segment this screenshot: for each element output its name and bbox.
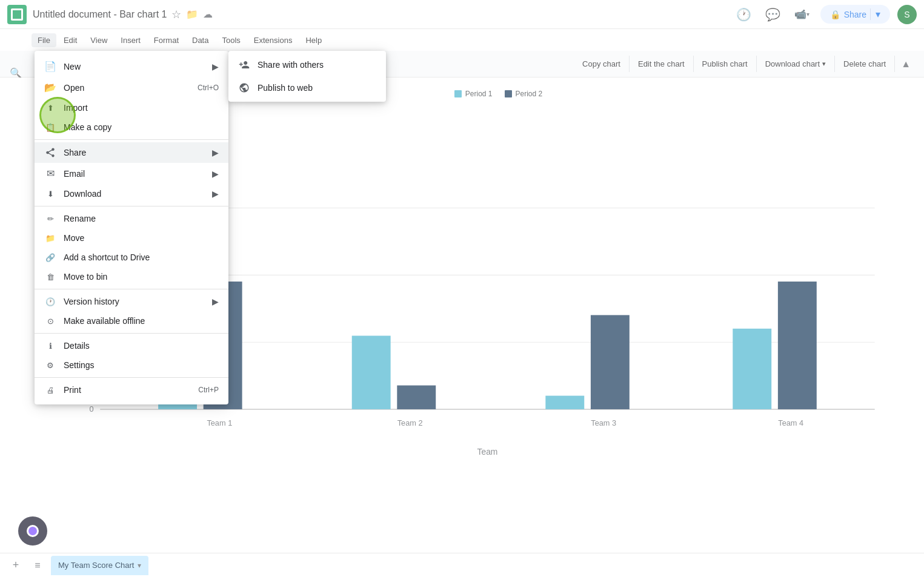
print-shortcut: Ctrl+P (198, 386, 219, 394)
open-icon: 📂 (44, 82, 56, 93)
menu-item-make-copy[interactable]: 📋 Make a copy (35, 117, 228, 137)
share-label: Share (64, 148, 205, 157)
share-with-others-item[interactable]: Share with others (228, 53, 386, 76)
menu-item-settings[interactable]: ⚙ Settings (35, 355, 228, 375)
import-label: Import (64, 103, 219, 113)
menu-section-4: 🕐 Version history ▶ ⊙ Make available off… (35, 289, 228, 334)
move-label: Move (64, 233, 219, 243)
email-arrow: ▶ (212, 169, 219, 179)
new-arrow: ▶ (212, 62, 219, 71)
share-with-others-icon (238, 59, 250, 70)
email-label: Email (64, 169, 205, 179)
menu-item-email[interactable]: ✉ Email ▶ (35, 163, 228, 184)
publish-to-web-label: Publish to web (258, 83, 313, 93)
rename-icon: ✏ (44, 214, 56, 223)
download-arrow: ▶ (212, 189, 219, 199)
share-icon (44, 147, 56, 158)
menu-item-add-shortcut[interactable]: 🔗 Add a shortcut to Drive (35, 248, 228, 267)
rename-label: Rename (64, 214, 219, 223)
share-arrow: ▶ (212, 148, 219, 157)
settings-icon: ⚙ (44, 361, 56, 370)
make-copy-label: Make a copy (64, 122, 219, 132)
menu-item-share[interactable]: Share ▶ (35, 142, 228, 163)
menu-item-move-to-bin[interactable]: 🗑 Move to bin (35, 267, 228, 286)
share-with-others-label: Share with others (258, 60, 324, 70)
offline-label: Make available offline (64, 316, 219, 326)
settings-label: Settings (64, 360, 219, 370)
print-label: Print (64, 385, 191, 395)
menu-section-3: ✏ Rename 📁 Move 🔗 Add a shortcut to Driv… (35, 206, 228, 289)
publish-to-web-icon (238, 82, 250, 93)
menu-item-download[interactable]: ⬇ Download ▶ (35, 184, 228, 203)
copy-icon: 📋 (44, 123, 56, 132)
offline-icon: ⊙ (44, 317, 56, 326)
add-shortcut-label: Add a shortcut to Drive (64, 252, 219, 262)
download-label: Download (64, 189, 205, 199)
publish-to-web-item[interactable]: Publish to web (228, 76, 386, 99)
new-label: New (64, 62, 205, 71)
move-icon: 📁 (44, 234, 56, 243)
menu-item-version-history[interactable]: 🕐 Version history ▶ (35, 292, 228, 311)
file-menu: 📄 New ▶ 📂 Open Ctrl+O ⬆ Import 📋 Make a … (35, 51, 228, 404)
version-history-label: Version history (64, 297, 205, 306)
move-to-bin-label: Move to bin (64, 272, 219, 282)
share-submenu: Share with others Publish to web (228, 51, 386, 102)
shortcut-icon: 🔗 (44, 253, 56, 262)
download-icon: ⬇ (44, 190, 56, 199)
print-icon: 🖨 (44, 386, 56, 395)
details-icon: ℹ (44, 341, 56, 351)
open-shortcut: Ctrl+O (198, 84, 219, 92)
email-icon: ✉ (44, 168, 56, 179)
version-history-icon: 🕐 (44, 297, 56, 306)
bin-icon: 🗑 (44, 272, 56, 282)
menu-section-1: 📄 New ▶ 📂 Open Ctrl+O ⬆ Import 📋 Make a … (35, 53, 228, 140)
menu-item-details[interactable]: ℹ Details (35, 336, 228, 355)
version-history-arrow: ▶ (212, 297, 219, 306)
menu-item-open[interactable]: 📂 Open Ctrl+O (35, 77, 228, 98)
menu-item-print[interactable]: 🖨 Print Ctrl+P (35, 380, 228, 400)
open-label: Open (64, 83, 190, 93)
menu-section-6: 🖨 Print Ctrl+P (35, 378, 228, 402)
menu-item-offline[interactable]: ⊙ Make available offline (35, 311, 228, 331)
menu-section-2: Share ▶ ✉ Email ▶ ⬇ Download ▶ (35, 140, 228, 206)
menu-section-5: ℹ Details ⚙ Settings (35, 334, 228, 378)
menu-item-move[interactable]: 📁 Move (35, 228, 228, 248)
menu-item-import[interactable]: ⬆ Import (35, 98, 228, 117)
menu-item-new[interactable]: 📄 New ▶ (35, 56, 228, 77)
menu-item-rename[interactable]: ✏ Rename (35, 209, 228, 228)
new-icon: 📄 (44, 61, 56, 72)
details-label: Details (64, 341, 219, 351)
import-icon: ⬆ (44, 104, 56, 113)
